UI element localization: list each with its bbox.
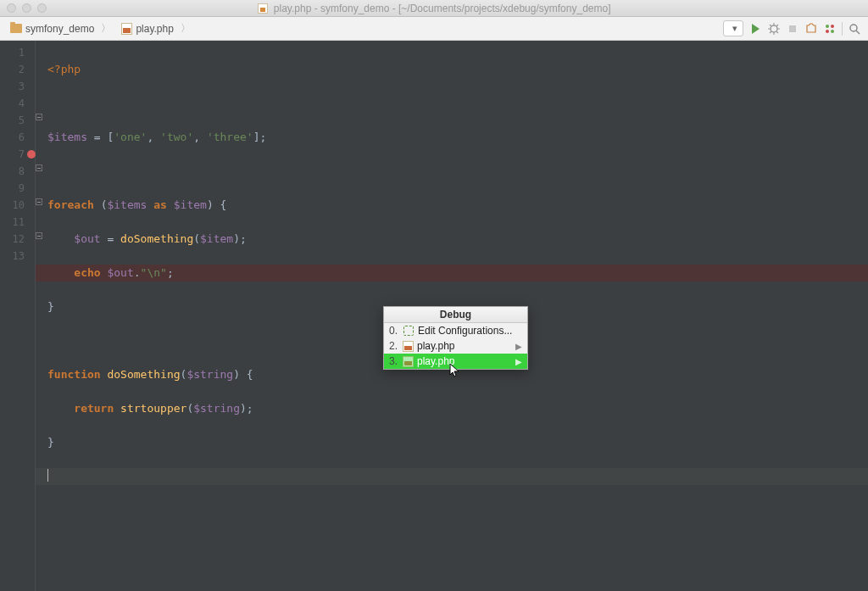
popup-item-playphp-1[interactable]: 2. play.php ▶: [384, 338, 527, 354]
popup-item-number: 3.: [389, 355, 399, 367]
popup-item-edit-config[interactable]: 0. Edit Configurations...: [384, 323, 527, 338]
chevron-right-icon: 〉: [181, 21, 191, 36]
svg-point-6: [850, 25, 857, 31]
popup-item-number: 0.: [389, 325, 399, 337]
line-number[interactable]: 12: [0, 231, 35, 248]
php-file-icon: [403, 341, 414, 352]
line-number[interactable]: 5: [0, 112, 35, 129]
svg-rect-1: [789, 25, 796, 32]
run-button[interactable]: [748, 22, 762, 36]
folder-icon: [10, 24, 22, 33]
window-controls[interactable]: [7, 3, 47, 13]
breadcrumbs: symfony_demo 〉 play.php 〉: [7, 20, 194, 37]
popup-item-playphp-2[interactable]: 3. play.php ▶: [384, 354, 527, 369]
line-number[interactable]: 6: [0, 129, 35, 146]
chevron-down-icon: ▾: [732, 23, 737, 34]
line-number[interactable]: 11: [0, 214, 35, 231]
coverage-icon[interactable]: [823, 22, 837, 36]
line-number[interactable]: 3: [0, 78, 35, 95]
chevron-right-icon: 〉: [101, 21, 111, 36]
line-number[interactable]: 2: [0, 61, 35, 78]
gutter[interactable]: 1 2 3 4 5 6 7 8 9 10 11 12 13: [0, 41, 36, 591]
svg-point-0: [771, 25, 777, 32]
breadcrumb-file[interactable]: play.php 〉: [118, 20, 193, 37]
popup-item-label: play.php: [417, 340, 454, 352]
window-title: play.php - symfony_demo - [~/Documents/p…: [0, 3, 868, 14]
search-icon[interactable]: [848, 22, 861, 36]
stop-button[interactable]: [786, 22, 799, 36]
separator: [842, 22, 843, 36]
titlebar: play.php - symfony_demo - [~/Documents/p…: [0, 0, 868, 17]
text-caret: [47, 469, 48, 482]
debug-button[interactable]: [767, 22, 781, 36]
editor[interactable]: 1 2 3 4 5 6 7 8 9 10 11 12 13 <?php $ite…: [0, 41, 868, 591]
line-number[interactable]: 8: [0, 163, 35, 180]
line-number[interactable]: 4: [0, 95, 35, 112]
ide-window: play.php - symfony_demo - [~/Documents/p…: [0, 0, 868, 591]
line-number[interactable]: 13: [0, 248, 35, 265]
popup-item-label: Edit Configurations...: [418, 325, 512, 337]
run-config-dropdown[interactable]: ▾: [723, 20, 743, 36]
line-number[interactable]: 1: [0, 44, 35, 61]
close-window-icon[interactable]: [7, 3, 16, 13]
breadcrumb-project[interactable]: symfony_demo 〉: [7, 20, 114, 37]
svg-point-3: [831, 25, 834, 28]
toolbar: ▾: [723, 20, 861, 36]
navigation-bar: symfony_demo 〉 play.php 〉 ▾: [0, 17, 868, 41]
line-number[interactable]: 10: [0, 197, 35, 214]
window-title-text: play.php - symfony_demo - [~/Documents/p…: [274, 3, 611, 14]
breadcrumb-label: play.php: [136, 23, 173, 35]
php-file-icon: [403, 356, 414, 367]
breakpoint-icon[interactable]: [27, 150, 36, 159]
config-icon: [403, 325, 415, 337]
popup-title: Debug: [384, 307, 527, 323]
breadcrumb-label: symfony_demo: [25, 23, 94, 35]
php-file-icon: [121, 23, 132, 35]
debug-popup: Debug 0. Edit Configurations... 2. play.…: [383, 306, 528, 370]
submenu-arrow-icon: ▶: [515, 342, 522, 351]
popup-item-label: play.php: [417, 355, 454, 367]
listen-debug-icon[interactable]: [804, 22, 818, 36]
svg-point-5: [831, 30, 834, 33]
svg-point-4: [826, 30, 829, 33]
line-number[interactable]: 7: [0, 146, 35, 163]
line-number[interactable]: 9: [0, 180, 35, 197]
zoom-window-icon[interactable]: [37, 3, 47, 13]
popup-item-number: 2.: [389, 340, 399, 352]
svg-point-2: [826, 25, 829, 28]
file-icon: [258, 3, 268, 14]
minimize-window-icon[interactable]: [22, 3, 31, 13]
submenu-arrow-icon: ▶: [515, 357, 522, 366]
